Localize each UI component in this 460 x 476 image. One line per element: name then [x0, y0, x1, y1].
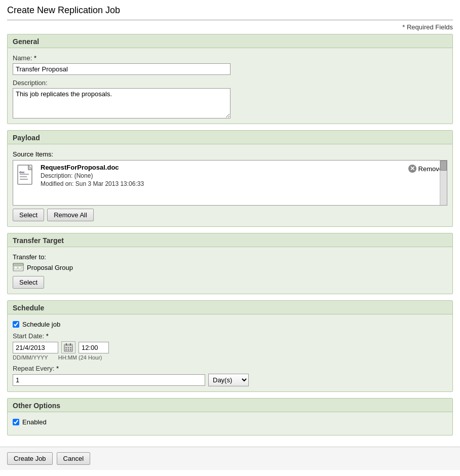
source-items-label: Source Items:: [13, 150, 447, 158]
general-section: General Name: Description: This job repl…: [7, 34, 453, 124]
other-options-section: Other Options Enabled: [7, 398, 453, 435]
remove-all-button[interactable]: Remove All: [47, 209, 94, 221]
schedule-section: Schedule Schedule job Start Date:: [7, 300, 453, 392]
start-date-label: Start Date:: [13, 332, 447, 340]
payload-buttons: Select Remove All: [13, 209, 447, 221]
payload-section: Payload Source Items:: [7, 130, 453, 227]
file-icon: doc: [17, 165, 35, 187]
transfer-to-label: Transfer to:: [13, 253, 447, 261]
schedule-section-title: Schedule: [8, 301, 452, 314]
svg-rect-2: [20, 174, 29, 175]
start-date-input[interactable]: [13, 342, 58, 353]
svg-text:doc: doc: [19, 171, 25, 174]
time-format-hint: HH:MM (24 Hour): [58, 354, 102, 361]
svg-rect-17: [65, 349, 67, 350]
schedule-job-row: Schedule job: [13, 321, 447, 328]
other-options-title: Other Options: [8, 399, 452, 412]
transfer-target-title: Transfer Target: [8, 233, 452, 247]
repeat-every-row: Day(s) Week(s) Month(s): [13, 374, 447, 386]
remove-item-button[interactable]: ✕ Remove: [408, 165, 443, 173]
date-format-hint: DD/MM/YYYY: [13, 354, 48, 361]
schedule-job-label[interactable]: Schedule job: [22, 321, 60, 328]
transfer-to-text: Proposal Group: [27, 264, 73, 271]
group-icon: [13, 263, 24, 272]
schedule-job-checkbox[interactable]: [13, 321, 19, 328]
date-time-hints: DD/MM/YYYY HH:MM (24 Hour): [13, 354, 447, 361]
description-label: Description:: [13, 79, 447, 87]
repeat-every-label: Repeat Every:: [13, 365, 447, 372]
transfer-to-value: Proposal Group: [13, 263, 447, 272]
repeat-every-input[interactable]: [13, 374, 205, 386]
bottom-buttons: Create Job Cancel: [0, 447, 460, 470]
page-title: Create New Replication Job: [7, 5, 453, 20]
payload-section-title: Payload: [8, 131, 452, 144]
svg-rect-19: [70, 349, 71, 350]
svg-rect-18: [68, 349, 69, 350]
source-item-modified: Modified on: Sun 3 Mar 2013 13:06:33: [41, 180, 408, 187]
svg-rect-16: [70, 347, 71, 348]
select-source-button[interactable]: Select: [13, 209, 44, 221]
calendar-icon-button[interactable]: [61, 341, 75, 353]
name-label: Name:: [13, 54, 447, 62]
svg-rect-4: [20, 179, 28, 180]
enabled-row: Enabled: [13, 418, 447, 426]
general-section-title: General: [8, 34, 452, 48]
start-time-input[interactable]: [79, 342, 109, 353]
source-items-box: doc RequestForProposal.doc Description: …: [13, 160, 447, 206]
remove-icon: ✕: [408, 165, 416, 173]
source-item-info: RequestForProposal.doc Description: (Non…: [41, 164, 408, 187]
svg-rect-14: [65, 347, 67, 348]
cancel-button[interactable]: Cancel: [57, 452, 90, 465]
scrollbar[interactable]: [440, 161, 447, 205]
repeat-unit-select[interactable]: Day(s) Week(s) Month(s): [208, 374, 249, 386]
svg-rect-3: [20, 176, 27, 177]
table-row: doc RequestForProposal.doc Description: …: [13, 161, 447, 190]
source-item-filename: RequestForProposal.doc: [41, 164, 408, 171]
enabled-checkbox[interactable]: [13, 419, 19, 425]
scrollbar-thumb[interactable]: [440, 161, 447, 171]
svg-rect-7: [13, 263, 23, 265]
transfer-target-section: Transfer Target Transfer to: Proposal Gr…: [7, 233, 453, 294]
source-item-description: Description: (None): [41, 172, 408, 179]
svg-rect-9: [18, 266, 21, 269]
svg-rect-11: [64, 344, 72, 346]
svg-rect-8: [14, 266, 17, 269]
description-textarea[interactable]: This job replicates the proposals.: [13, 88, 231, 118]
required-note: * Required Fields: [7, 23, 453, 31]
select-target-button[interactable]: Select: [13, 276, 44, 289]
start-date-row: [13, 341, 447, 353]
name-input[interactable]: [13, 63, 231, 75]
calendar-icon: [64, 343, 73, 352]
create-job-button[interactable]: Create Job: [7, 452, 53, 465]
svg-rect-15: [68, 347, 69, 348]
enabled-label[interactable]: Enabled: [22, 418, 47, 426]
